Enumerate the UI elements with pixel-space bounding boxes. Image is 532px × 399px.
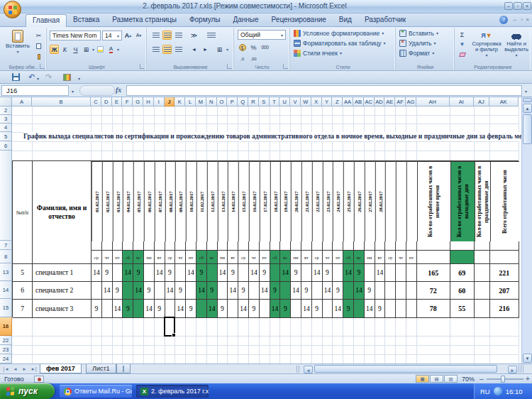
name-box-dropdown-icon[interactable]: ▾ xyxy=(72,89,74,94)
undo-icon[interactable]: ↶ xyxy=(27,72,36,82)
column-header-P[interactable]: P xyxy=(227,97,238,106)
column-header-U[interactable]: U xyxy=(279,97,290,106)
date-header-cell[interactable]: 14.02.2017 xyxy=(228,161,238,241)
format-cells-button[interactable]: Формат▾ xyxy=(399,48,454,58)
cell-styles-button[interactable]: Стили ячеек▾ xyxy=(294,48,395,58)
column-header-N[interactable]: N xyxy=(206,97,217,106)
date-header-cell[interactable]: 27.02.2017 xyxy=(365,161,375,241)
vscroll-thumb[interactable] xyxy=(523,114,532,144)
taskbar-window-mailru[interactable]: Ответы Mail.Ru - Go... xyxy=(60,385,132,398)
day-hours-cell[interactable] xyxy=(196,300,207,318)
weekday-cell[interactable]: пт xyxy=(333,251,343,264)
day-hours-cell[interactable] xyxy=(113,264,123,282)
weekday-cell[interactable]: ср xyxy=(165,251,176,264)
header-name-cell[interactable]: Фамилия, имя и отчество xyxy=(33,161,92,264)
day-hours-cell[interactable] xyxy=(280,282,291,300)
day-hours-cell[interactable] xyxy=(323,300,333,318)
view-page-break-icon[interactable]: ▥ xyxy=(444,375,458,383)
date-header-cell[interactable]: 15.02.2017 xyxy=(238,161,249,241)
day-hours-cell[interactable]: 9 xyxy=(280,300,291,318)
day-hours-cell[interactable]: 9 xyxy=(196,264,207,282)
spacer-cell[interactable] xyxy=(323,241,333,251)
row-header-2[interactable]: 2 xyxy=(0,106,12,115)
day-hours-cell[interactable]: 9 xyxy=(113,282,123,300)
column-header-AI[interactable]: AI xyxy=(450,97,474,106)
fill-icon[interactable]: ▼ xyxy=(458,40,467,49)
day-hours-cell[interactable]: 14 xyxy=(260,282,270,300)
row-header-16[interactable]: 16 xyxy=(0,317,12,336)
weekday-cell[interactable]: вс xyxy=(280,251,291,264)
scroll-down-icon[interactable]: ▼ xyxy=(523,354,532,363)
day-hours-cell[interactable]: 9 xyxy=(123,300,133,318)
row-header-3[interactable]: 3 xyxy=(0,115,12,124)
tray-icon[interactable] xyxy=(494,387,502,395)
date-header-cell[interactable]: 08.02.2017 xyxy=(165,161,176,241)
formula-input[interactable] xyxy=(126,85,522,96)
spacer-cell[interactable] xyxy=(228,241,238,251)
cut-icon[interactable]: ✂ xyxy=(34,31,43,40)
column-header-E[interactable]: E xyxy=(112,97,123,106)
spacer-cell[interactable] xyxy=(354,241,365,251)
day-hours-cell[interactable] xyxy=(218,282,228,300)
split-handle[interactable] xyxy=(523,98,532,102)
spacer-cell[interactable] xyxy=(365,241,375,251)
date-header-cell[interactable]: 02.02.2017 xyxy=(102,161,113,241)
day-hours-cell[interactable] xyxy=(155,282,165,300)
spacer-cell[interactable] xyxy=(92,241,102,251)
column-header-O[interactable]: O xyxy=(217,97,228,106)
weekday-cell[interactable]: чт xyxy=(102,251,113,264)
date-header-cell[interactable]: 16.02.2017 xyxy=(249,161,260,241)
date-header-cell[interactable]: 26.02.2017 xyxy=(354,161,365,241)
weekday-cell[interactable] xyxy=(490,251,519,264)
weekday-cell[interactable]: сб xyxy=(196,251,207,264)
day-hours-cell[interactable]: 9 xyxy=(133,264,144,282)
view-normal-icon[interactable]: ▦ xyxy=(416,375,429,383)
bold-button[interactable]: Ж xyxy=(50,45,59,54)
office-button[interactable] xyxy=(4,1,21,18)
weekday-cell[interactable]: пт xyxy=(260,251,270,264)
date-header-cell[interactable]: 12.02.2017 xyxy=(207,161,218,241)
minimize-icon[interactable]: – xyxy=(504,2,513,10)
row-header-14[interactable]: 14 xyxy=(0,281,12,299)
spacer-cell[interactable] xyxy=(175,241,186,251)
weekday-cell[interactable]: вс xyxy=(207,251,218,264)
day-hours-cell[interactable]: 14 xyxy=(102,282,113,300)
next-sheet-icon[interactable]: ► xyxy=(20,365,29,373)
spacer-cell[interactable] xyxy=(102,241,113,251)
column-header-K[interactable]: K xyxy=(174,97,185,106)
date-header-cell[interactable]: 25.02.2017 xyxy=(343,161,354,241)
day-hours-cell[interactable] xyxy=(385,282,396,300)
day-hours-cell[interactable] xyxy=(375,282,386,300)
number-format-select[interactable]: Общий▾ xyxy=(238,30,286,40)
number-dialog-launcher-icon[interactable] xyxy=(283,64,288,69)
spacer-cell[interactable] xyxy=(475,241,490,251)
day-hours-cell[interactable] xyxy=(354,300,365,318)
spacer-cell[interactable] xyxy=(291,241,301,251)
weekday-cell[interactable]: пт xyxy=(113,251,123,264)
specialist-name-cell[interactable]: специалист 1 xyxy=(33,264,92,282)
view-page-layout-icon[interactable]: ▤ xyxy=(430,375,443,383)
spacer-cell[interactable] xyxy=(406,241,417,251)
day-hours-cell[interactable]: 9 xyxy=(238,282,249,300)
custom-command-icon[interactable] xyxy=(62,72,72,82)
align-bottom-icon[interactable] xyxy=(174,31,183,40)
spacer-cell[interactable] xyxy=(260,241,270,251)
underline-button[interactable]: Ч xyxy=(71,45,80,54)
date-header-cell[interactable]: 03.02.2017 xyxy=(113,161,123,241)
format-as-table-button[interactable]: Форматировать как таблицу▾ xyxy=(294,38,395,48)
weekday-cell[interactable] xyxy=(450,251,475,264)
totals-header-cell[interactable]: Кол-во отработанных часов в праздничные … xyxy=(475,161,490,241)
row-num-cell[interactable]: 7 xyxy=(13,300,33,318)
tab-formulas[interactable]: Формулы xyxy=(183,13,227,27)
weekday-cell[interactable]: ср xyxy=(312,251,323,264)
column-header-V[interactable]: V xyxy=(290,97,301,106)
weekday-cell[interactable]: ср xyxy=(238,251,249,264)
day-hours-cell[interactable]: 14 xyxy=(207,300,218,318)
total-hours-cell[interactable]: 69 xyxy=(450,264,475,282)
day-hours-cell[interactable]: 14 xyxy=(291,282,301,300)
day-hours-cell[interactable]: 14 xyxy=(196,282,207,300)
row-num-cell[interactable]: 5 xyxy=(13,264,33,282)
day-hours-cell[interactable] xyxy=(270,264,281,282)
autosum-icon[interactable]: Σ xyxy=(458,30,467,39)
spacer-cell[interactable] xyxy=(280,241,291,251)
